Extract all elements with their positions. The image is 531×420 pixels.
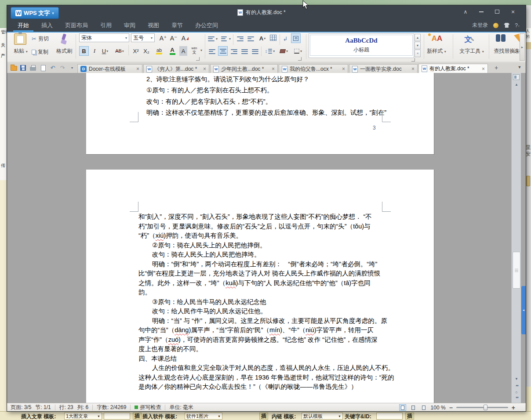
text-tools-button[interactable]: 文字工具 ▾ <box>456 47 487 55</box>
save-button[interactable] <box>20 65 27 72</box>
bold-button[interactable]: B <box>79 46 89 56</box>
bullet-list-button[interactable]: ▾ <box>207 34 218 43</box>
previous-page-button[interactable]: ▲▲ <box>512 384 521 387</box>
align-center-button[interactable] <box>218 46 228 56</box>
paste-icon[interactable] <box>14 33 26 45</box>
skin-icon[interactable] <box>504 23 509 28</box>
qat-more-button[interactable]: ▾ <box>69 65 76 72</box>
clear-format-button[interactable]: A <box>180 33 190 43</box>
increase-indent-button[interactable] <box>246 34 255 43</box>
status-word-count[interactable]: 字数: 2/4269 <box>97 404 126 411</box>
zoom-level[interactable]: 100 % <box>431 405 446 411</box>
help-icon[interactable]: ?▾ <box>515 22 520 29</box>
tab-list-button[interactable]: ▼ <box>515 65 524 71</box>
document-page-2[interactable]: 和“刻入”，深度不同，“刻入石头”，形象地表现了这些人妄图“不朽”的痴心梦想． … <box>86 170 434 403</box>
vertical-scrollbar[interactable]: ▲ ▼ ▲▲ ○ ▼▼ <box>511 73 521 403</box>
scroll-down-button[interactable]: ▼ <box>512 377 521 381</box>
close-tab-icon[interactable]: × <box>136 66 139 72</box>
pinyin-guide-button[interactable]: wén 文 <box>188 45 200 55</box>
char-shading-button[interactable]: A <box>179 46 187 56</box>
outline-view-button[interactable] <box>410 404 417 411</box>
next-page-button[interactable]: ▼▼ <box>512 396 521 399</box>
zoom-out-button[interactable]: − <box>449 404 453 411</box>
tab-review[interactable]: 审阅 <box>118 20 142 32</box>
superscript-button[interactable]: X² <box>131 46 141 56</box>
justify-button[interactable] <box>240 47 249 56</box>
underline-button[interactable]: U▾ <box>99 46 111 56</box>
zoom-in-button[interactable]: + <box>512 404 515 411</box>
insert-button-2[interactable]: 插 <box>259 413 268 420</box>
insert-button-3[interactable]: 插 <box>405 413 414 420</box>
shading-button[interactable]: ▾ <box>278 46 290 56</box>
font-dialog-launcher[interactable] <box>196 57 200 61</box>
strikethrough-button[interactable]: AB▾ <box>113 46 127 56</box>
new-style-button[interactable]: 新样式 ▾ <box>423 47 450 55</box>
page-view-button[interactable] <box>399 404 406 411</box>
tab-workspace[interactable]: 办公空间 <box>189 20 224 32</box>
close-tab-icon[interactable]: × <box>411 66 415 72</box>
login-status[interactable]: 未登录 <box>472 22 488 29</box>
scrollbar-thumb[interactable] <box>513 252 520 289</box>
page-setup-toggle-button[interactable] <box>291 33 301 43</box>
doc-tab-docer[interactable]: D Docer-在线模板 × <box>77 64 142 73</box>
text-tools-icon[interactable]: 文 <box>462 34 475 45</box>
gallery-more[interactable]: ≡ <box>415 50 421 57</box>
scroll-up-button[interactable]: ▲ <box>512 83 521 87</box>
highlight-button[interactable]: ab <box>153 46 165 56</box>
print-preview-button[interactable] <box>40 65 47 72</box>
borders-button[interactable]: ▾ <box>292 46 304 56</box>
decrease-indent-button[interactable] <box>236 34 244 43</box>
char-scale-button[interactable]: A ▾ <box>257 33 268 43</box>
document-page-1[interactable]: 2、诗歌注意锤字炼句。请说说下列改句为什么比原句好？①原句：有的人／把名字刻在石… <box>86 73 434 155</box>
insert-button-1[interactable]: 插 <box>133 413 142 420</box>
tab-home[interactable]: 开始 <box>11 20 35 32</box>
new-tab-button[interactable]: + <box>491 65 501 72</box>
align-left-button[interactable] <box>207 47 216 56</box>
find-replace-icon[interactable] <box>496 34 509 45</box>
side-panel-toggle[interactable]: ◂ <box>521 286 526 334</box>
gallery-scroll-down[interactable]: ▼ <box>415 42 421 49</box>
cut-button[interactable]: ✂ 剪切 <box>32 34 49 43</box>
doc-tab[interactable]: W 少年闰土教...doc * × <box>210 64 278 73</box>
close-tab-icon[interactable]: × <box>482 66 485 72</box>
status-spellcheck[interactable]: 拼写检查 <box>135 404 161 411</box>
tab-references[interactable]: 引用 <box>94 20 118 32</box>
browse-object-button[interactable]: ○ <box>512 390 521 395</box>
shrink-font-button[interactable]: A⁻ <box>169 33 178 43</box>
doc-tab[interactable]: W 我的伯父鲁...ocx * × <box>279 64 348 73</box>
undo-button[interactable]: ↶ <box>49 65 56 72</box>
zoom-slider[interactable] <box>456 407 508 408</box>
insert-software-dropdown[interactable]: 软件1图片 ▼ <box>185 413 222 420</box>
format-painter-icon[interactable] <box>60 33 69 45</box>
open-file-button[interactable] <box>11 65 18 72</box>
maximize-button[interactable] <box>491 8 503 16</box>
redo-button[interactable]: ↷ <box>59 65 66 72</box>
doc-tab[interactable]: W 《穷人》第...doc * × <box>143 64 209 73</box>
subscript-button[interactable]: X₂ <box>142 46 151 56</box>
gallery-scroll-up[interactable]: ▲ <box>415 34 421 41</box>
points-icon[interactable] <box>493 23 498 28</box>
keyword-input[interactable] <box>376 413 403 420</box>
print-button[interactable] <box>30 65 37 72</box>
tab-section[interactable]: 章节 <box>165 20 189 32</box>
style-item-subtitle[interactable]: AaBbCcDd 小标题 <box>310 35 413 56</box>
grow-font-button[interactable]: A⁺ <box>158 33 168 43</box>
close-tab-icon[interactable]: × <box>342 66 345 72</box>
align-right-button[interactable] <box>229 47 238 56</box>
tab-page-layout[interactable]: 页面布局 <box>59 20 94 32</box>
insert-article-input[interactable] <box>104 413 130 420</box>
distribute-button[interactable] <box>251 47 259 56</box>
paste-button[interactable]: 粘贴 ▾ <box>10 47 32 55</box>
doc-tab[interactable]: W 一面教学实录.doc × <box>349 64 418 73</box>
wps-menu-button[interactable]: W WPS 文字 ▾ <box>11 7 59 19</box>
tab-insert[interactable]: 插入 <box>35 20 59 32</box>
format-painter-button[interactable]: 格式刷 <box>53 47 76 55</box>
font-family-select[interactable]: 宋体▾ <box>79 33 129 42</box>
status-section[interactable]: 节: 1/1 <box>35 404 51 411</box>
numbered-list-button[interactable]: ▾ <box>221 34 231 43</box>
font-size-select[interactable]: 五号▾ <box>131 33 155 42</box>
styles-dialog-launcher[interactable] <box>411 58 415 62</box>
line-spacing-button[interactable]: ↕ ▾ <box>264 46 276 56</box>
font-color-button[interactable]: A <box>166 46 178 56</box>
copy-button[interactable]: 复制 <box>32 47 48 57</box>
